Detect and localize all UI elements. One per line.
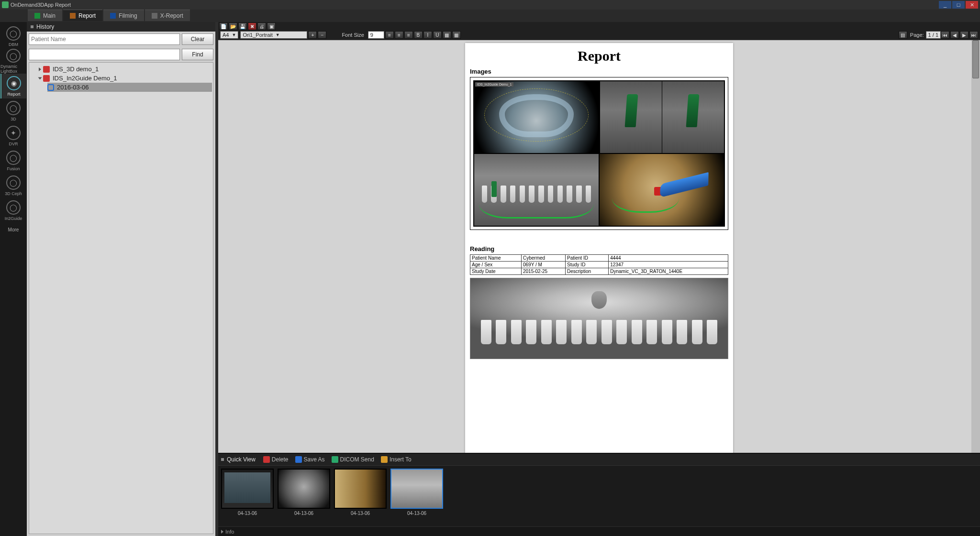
dbm-icon: ◯ [6, 26, 21, 41]
thumbnail[interactable]: 04-13-06 [278, 469, 330, 516]
dicom-icon [332, 456, 338, 463]
nav-in2guide-label: In2Guide [5, 216, 22, 221]
nav-dvr[interactable]: ✦DVR [0, 123, 26, 148]
report-area: 📄 📂 💾 ✖ 🖨 ▣ A4▼ Ori1_Portrait▼ + − Font … [218, 22, 980, 536]
tab-xreport[interactable]: X-Report [145, 10, 190, 21]
next-page-icon[interactable]: ▶ [960, 31, 969, 39]
tab-report[interactable]: Report [63, 10, 102, 21]
image-grid: IDS_In2Guide Demo_1 [473, 80, 725, 227]
report-page: Report Images IDS_In2Guide Demo_1 Readin… [465, 43, 733, 453]
filter-input[interactable] [29, 49, 180, 60]
history-sub-label: 2016-03-06 [57, 84, 89, 91]
font-size-input[interactable]: 9 [368, 31, 384, 39]
nav-3d-label: 3D [11, 117, 16, 121]
align-center-icon[interactable]: ≡ [395, 31, 403, 39]
qv-dicom-label: DICOM Send [340, 456, 374, 463]
qv-saveas-button[interactable]: Save As [295, 456, 325, 463]
window-close-button[interactable]: ✕ [966, 1, 978, 9]
quickview-bar: Quick View Delete Save As DICOM Send Ins… [218, 453, 980, 465]
clear-button[interactable]: Clear [182, 33, 213, 45]
image-panoramic[interactable] [474, 154, 599, 226]
nav-fusion[interactable]: ◯Fusion [0, 148, 26, 173]
expand-status-icon[interactable] [221, 530, 223, 534]
underline-icon[interactable]: U [433, 31, 442, 39]
tool-preview-icon[interactable]: ▣ [267, 22, 276, 30]
nav-dbm-label: DBM [9, 42, 18, 47]
tool-save-icon[interactable]: 💾 [238, 22, 247, 30]
thumb-image [334, 469, 387, 509]
thumbnail[interactable]: 04-13-06 [390, 469, 443, 516]
image-implant-cross-sections[interactable] [600, 81, 724, 153]
find-button[interactable]: Find [182, 49, 213, 60]
nav-dbm[interactable]: ◯DBM [0, 24, 26, 49]
tab-main[interactable]: Main [28, 10, 62, 21]
color-icon[interactable]: ▦ [443, 31, 451, 39]
app-icon [2, 1, 9, 8]
nav-report[interactable]: ◉Report [0, 74, 26, 98]
nav-more[interactable]: More [0, 223, 26, 236]
scrollbar-handle[interactable] [972, 40, 979, 78]
tab-filming[interactable]: Filming [103, 10, 144, 21]
threed-icon: ◯ [6, 101, 21, 115]
document-viewport[interactable]: Report Images IDS_In2Guide Demo_1 Readin… [218, 39, 980, 453]
qv-saveas-label: Save As [304, 456, 325, 463]
layout-a-icon[interactable]: ▤ [899, 31, 907, 39]
patient-name-input[interactable] [29, 33, 180, 45]
nav-in2guide[interactable]: ◯In2Guide [0, 198, 26, 223]
image-axial-ct[interactable]: IDS_In2Guide Demo_1 [474, 81, 599, 153]
qv-insert-button[interactable]: Insert To [381, 456, 412, 463]
history-item[interactable]: IDS_In2Guide Demo_1 [39, 74, 212, 83]
nav-3dceph[interactable]: ◯3D Ceph [0, 173, 26, 198]
image-3d-render[interactable] [600, 154, 724, 226]
thumb-date: 04-13-06 [294, 511, 313, 516]
italic-icon[interactable]: I [423, 31, 432, 39]
cell-description-label: Description [566, 268, 609, 275]
qv-dicom-button[interactable]: DICOM Send [332, 456, 374, 463]
expand-icon[interactable] [39, 67, 41, 71]
last-page-icon[interactable]: ⏭ [969, 31, 978, 39]
zoom-in-icon[interactable]: + [308, 31, 317, 39]
window-maximize-button[interactable]: □ [952, 1, 965, 9]
history-item[interactable]: IDS_3D demo_1 [39, 65, 212, 74]
sub-report-icon [47, 84, 54, 91]
prev-page-icon[interactable]: ◀ [950, 31, 959, 39]
tool-new-icon[interactable]: 📄 [219, 22, 228, 30]
image-label: IDS_In2Guide Demo_1 [475, 82, 513, 87]
insert-icon[interactable]: ▦ [452, 31, 461, 39]
thumbnail[interactable]: 04-13-06 [334, 469, 387, 516]
window-minimize-button[interactable]: _ [939, 1, 951, 9]
cell-patient-name: Cybermed [521, 255, 565, 262]
tool-open-icon[interactable]: 📂 [229, 22, 237, 30]
in2guide-icon: ◯ [6, 200, 21, 215]
thumb-image [278, 469, 330, 509]
tool-print-icon[interactable]: 🖨 [257, 22, 266, 30]
qv-delete-button[interactable]: Delete [263, 456, 289, 463]
tab-report-label: Report [78, 12, 96, 19]
lightbox-icon: ◯ [6, 49, 21, 63]
status-bar: Info [218, 526, 980, 536]
history-sub-item[interactable]: 2016-03-06 [47, 83, 212, 92]
zoom-out-icon[interactable]: − [318, 31, 326, 39]
paper-select[interactable]: A4▼ [220, 31, 238, 39]
vertical-scrollbar[interactable] [971, 40, 980, 453]
report-file-icon [43, 75, 50, 82]
thumbnail[interactable]: 04-13-06 [221, 469, 274, 516]
history-panel: History Clear Find IDS_3D demo_1 IDS_In2… [27, 22, 218, 536]
nav-lightbox[interactable]: ◯Dynamic LightBox [0, 49, 26, 74]
nav-3d[interactable]: ◯3D [0, 98, 26, 123]
orientation-select[interactable]: Ori1_Portrait▼ [240, 31, 307, 39]
align-right-icon[interactable]: ≡ [404, 31, 413, 39]
align-left-icon[interactable]: ≡ [385, 31, 394, 39]
cell-study-date-label: Study Date [470, 268, 522, 275]
history-header: History [27, 22, 215, 32]
history-tree[interactable]: IDS_3D demo_1 IDS_In2Guide Demo_1 2016-0… [29, 62, 213, 534]
collapse-icon[interactable] [38, 77, 42, 79]
tool-delete-icon[interactable]: ✖ [248, 22, 256, 30]
nav-fusion-label: Fusion [7, 166, 20, 171]
ceph-icon: ◯ [6, 175, 21, 190]
tab-main-label: Main [43, 12, 56, 19]
panoramic-image[interactable] [470, 278, 728, 359]
first-page-icon[interactable]: ⏮ [941, 31, 949, 39]
dvr-icon: ✦ [6, 126, 21, 140]
bold-icon[interactable]: B [414, 31, 423, 39]
